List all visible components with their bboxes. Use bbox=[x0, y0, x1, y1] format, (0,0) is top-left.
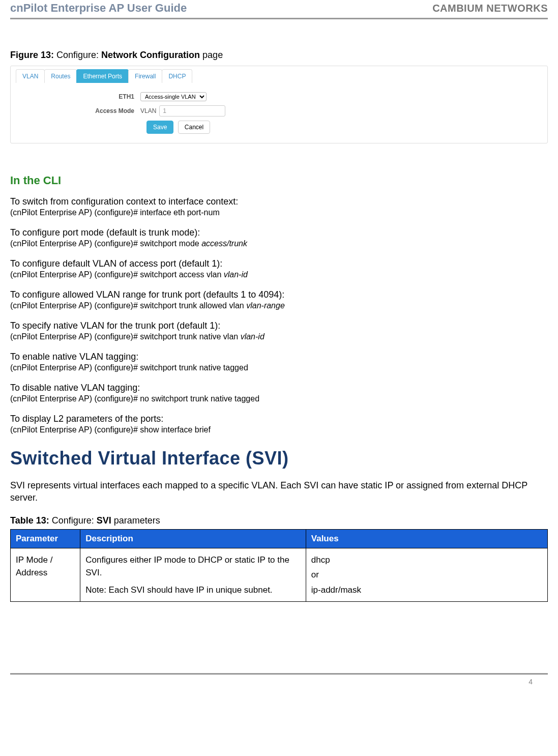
cli-desc: To enable native VLAN tagging: bbox=[10, 352, 548, 362]
cli-command: (cnPilot Enterprise AP) (configure)# swi… bbox=[10, 239, 548, 248]
page-footer: 4 bbox=[10, 673, 548, 691]
tab-dhcp[interactable]: DHCP bbox=[162, 69, 192, 83]
form-area: ETH1 Access-single VLAN Access Mode VLAN… bbox=[11, 83, 547, 143]
vlan-inline-label: VLAN bbox=[140, 107, 156, 114]
cli-desc: To disable native VLAN tagging: bbox=[10, 383, 548, 393]
cli-command: (cnPilot Enterprise AP) (configure)# no … bbox=[10, 394, 548, 403]
tab-ethernet-ports[interactable]: Ethernet Ports bbox=[76, 69, 129, 83]
cli-command: (cnPilot Enterprise AP) (configure)# swi… bbox=[10, 301, 548, 310]
cli-desc: To switch from configuration context to … bbox=[10, 196, 548, 207]
svi-body: SVI represents virtual interfaces each m… bbox=[10, 479, 548, 504]
th-description: Description bbox=[80, 529, 306, 548]
cli-desc: To configure port mode (default is trunk… bbox=[10, 227, 548, 238]
page-header: cnPilot Enterprise AP User Guide CAMBIUM… bbox=[10, 0, 548, 19]
cli-block: To configure port mode (default is trunk… bbox=[10, 227, 548, 248]
doc-title: cnPilot Enterprise AP User Guide bbox=[10, 2, 187, 15]
cli-desc: To configure default VLAN of access port… bbox=[10, 258, 548, 269]
figure-caption: Figure 13: Configure: Network Configurat… bbox=[10, 50, 548, 61]
cell-desc: Configures either IP mode to DHCP or sta… bbox=[80, 548, 306, 602]
access-mode-label: Access Mode bbox=[16, 107, 140, 114]
vlan-input[interactable] bbox=[159, 105, 225, 117]
page-number: 4 bbox=[528, 678, 533, 686]
table-caption: Table 13: Configure: SVI parameters bbox=[10, 515, 548, 526]
tab-routes[interactable]: Routes bbox=[44, 69, 77, 83]
cli-block: To enable native VLAN tagging:(cnPilot E… bbox=[10, 352, 548, 372]
cli-block: To switch from configuration context to … bbox=[10, 196, 548, 217]
cell-param: IP Mode / Address bbox=[11, 548, 80, 602]
cancel-button[interactable]: Cancel bbox=[178, 121, 210, 134]
cli-block: To configure allowed VLAN range for trun… bbox=[10, 289, 548, 310]
cli-desc: To specify native VLAN for the trunk por… bbox=[10, 321, 548, 331]
cli-desc: To configure allowed VLAN range for trun… bbox=[10, 289, 548, 300]
config-tabs: VLAN Routes Ethernet Ports Firewall DHCP bbox=[11, 66, 547, 83]
cli-block: To display L2 parameters of the ports:(c… bbox=[10, 414, 548, 434]
company-name: CAMBIUM NETWORKS bbox=[432, 3, 548, 14]
cli-command: (cnPilot Enterprise AP) (configure)# swi… bbox=[10, 363, 548, 372]
eth1-label: ETH1 bbox=[16, 93, 140, 100]
cli-command: (cnPilot Enterprise AP) (configure)# sho… bbox=[10, 425, 548, 434]
th-values: Values bbox=[306, 529, 547, 548]
cell-values: dhcp or ip-addr/mask bbox=[306, 548, 547, 602]
th-parameter: Parameter bbox=[11, 529, 80, 548]
svi-heading: Switched Virtual Interface (SVI) bbox=[10, 448, 548, 469]
tab-firewall[interactable]: Firewall bbox=[128, 69, 162, 83]
cli-command: (cnPilot Enterprise AP) (configure)# swi… bbox=[10, 270, 548, 279]
cli-desc: To display L2 parameters of the ports: bbox=[10, 414, 548, 424]
cli-block: To specify native VLAN for the trunk por… bbox=[10, 321, 548, 341]
cli-block: To configure default VLAN of access port… bbox=[10, 258, 548, 279]
table-row: IP Mode / Address Configures either IP m… bbox=[11, 548, 548, 602]
save-button[interactable]: Save bbox=[146, 121, 173, 134]
cli-command: (cnPilot Enterprise AP) (configure)# swi… bbox=[10, 332, 548, 341]
network-config-screenshot: VLAN Routes Ethernet Ports Firewall DHCP… bbox=[10, 66, 548, 143]
cli-block: To disable native VLAN tagging:(cnPilot … bbox=[10, 383, 548, 403]
tab-vlan[interactable]: VLAN bbox=[16, 69, 45, 83]
eth1-mode-select[interactable]: Access-single VLAN bbox=[140, 92, 207, 101]
cli-heading: In the CLI bbox=[10, 174, 548, 187]
cli-command: (cnPilot Enterprise AP) (configure)# int… bbox=[10, 208, 548, 217]
svi-parameters-table: Parameter Description Values IP Mode / A… bbox=[10, 529, 548, 602]
